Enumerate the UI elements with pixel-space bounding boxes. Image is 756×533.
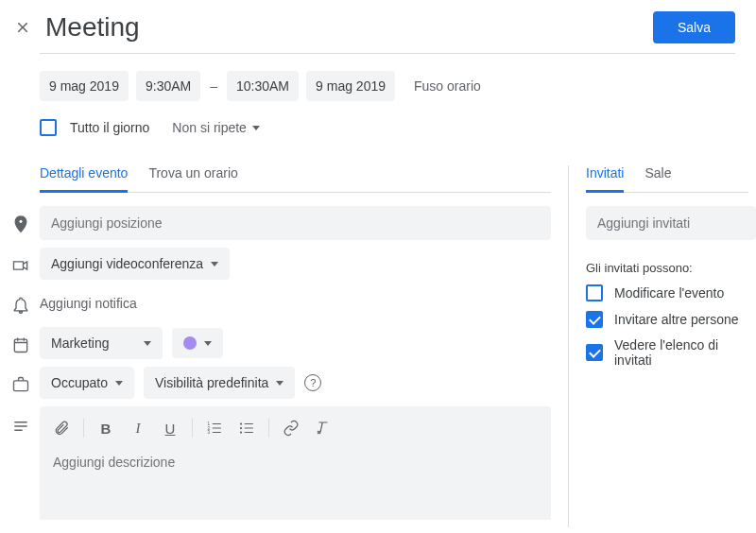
video-conference-label: Aggiungi videoconferenza xyxy=(51,256,203,271)
availability-label: Occupato xyxy=(51,375,108,390)
perm-modify-checkbox[interactable] xyxy=(586,284,603,301)
end-time-picker[interactable]: 10:30AM xyxy=(227,71,299,101)
color-swatch xyxy=(183,336,197,350)
toolbar-separator xyxy=(268,419,269,438)
start-time-picker[interactable]: 9:30AM xyxy=(136,71,200,101)
svg-point-5 xyxy=(240,422,242,424)
chevron-down-icon xyxy=(211,262,218,266)
visibility-select[interactable]: Visibilità predefinita xyxy=(144,367,295,399)
visibility-label: Visibilità predefinita xyxy=(155,375,268,390)
availability-select[interactable]: Occupato xyxy=(40,367,134,399)
perm-modify-label: Modificare l'evento xyxy=(614,285,724,301)
location-input[interactable]: Aggiungi posizione xyxy=(40,206,551,240)
clear-formatting-button[interactable] xyxy=(309,414,337,442)
clear-format-icon xyxy=(315,420,332,437)
visibility-help-button[interactable]: ? xyxy=(304,374,321,391)
perm-see-list-label: Vedere l'elenco di invitati xyxy=(614,337,756,368)
recurrence-label: Non si ripete xyxy=(172,120,247,135)
time-range-dash: – xyxy=(208,78,219,94)
color-select[interactable] xyxy=(172,328,223,358)
bold-icon: B xyxy=(101,421,112,437)
add-video-conference-dropdown[interactable]: Aggiungi videoconferenza xyxy=(40,248,230,280)
timezone-link[interactable]: Fuso orario xyxy=(414,78,481,94)
bell-icon xyxy=(9,287,32,315)
calendar-select[interactable]: Marketing xyxy=(40,327,163,359)
bold-button[interactable]: B xyxy=(92,414,120,442)
tab-guests[interactable]: Invitati xyxy=(586,165,624,193)
paperclip-icon xyxy=(53,420,70,437)
svg-point-6 xyxy=(240,427,242,429)
calendar-icon xyxy=(9,327,32,354)
numbered-list-icon: 123 xyxy=(206,420,223,437)
link-icon xyxy=(283,420,300,437)
underline-icon: U xyxy=(165,421,176,437)
link-button[interactable] xyxy=(277,414,305,442)
chevron-down-icon xyxy=(144,341,151,346)
bullet-list-icon xyxy=(238,420,255,437)
video-icon xyxy=(9,248,32,275)
event-title-input[interactable] xyxy=(42,12,638,43)
chevron-down-icon xyxy=(252,126,260,130)
svg-rect-1 xyxy=(14,381,28,391)
allday-label: Tutto il giorno xyxy=(70,120,149,135)
bullet-list-button[interactable] xyxy=(232,414,261,442)
chevron-down-icon xyxy=(115,381,123,386)
tab-rooms[interactable]: Sale xyxy=(644,165,671,193)
perm-invite-label: Invitare altre persone xyxy=(614,312,739,327)
calendar-name-label: Marketing xyxy=(51,335,109,351)
underline-button[interactable]: U xyxy=(156,414,184,442)
close-button[interactable] xyxy=(11,16,34,39)
description-icon xyxy=(9,406,32,436)
tab-find-time[interactable]: Trova un orario xyxy=(148,165,237,193)
start-date-picker[interactable]: 9 mag 2019 xyxy=(40,71,129,101)
add-notification-button[interactable]: Aggiungi notifica xyxy=(40,287,137,319)
perm-see-list-checkbox[interactable] xyxy=(586,344,603,361)
description-input[interactable]: Aggiungi descrizione xyxy=(40,451,551,483)
toolbar-separator xyxy=(83,419,84,438)
tab-event-details[interactable]: Dettagli evento xyxy=(40,165,128,193)
attach-button[interactable] xyxy=(47,414,76,442)
add-guests-input[interactable]: Aggiungi invitati xyxy=(586,206,756,240)
svg-rect-0 xyxy=(14,339,26,352)
toolbar-separator xyxy=(192,419,193,438)
close-icon xyxy=(14,19,31,36)
italic-icon: I xyxy=(136,421,141,437)
numbered-list-button[interactable]: 123 xyxy=(200,414,229,442)
save-button[interactable]: Salva xyxy=(653,11,735,43)
location-icon xyxy=(9,206,32,233)
chevron-down-icon xyxy=(276,381,284,386)
perm-invite-checkbox[interactable] xyxy=(586,311,603,328)
description-toolbar: B I U 123 xyxy=(40,406,551,451)
briefcase-icon xyxy=(9,367,32,394)
svg-point-7 xyxy=(240,431,242,433)
italic-button[interactable]: I xyxy=(124,414,152,442)
chevron-down-icon xyxy=(204,341,212,346)
help-icon: ? xyxy=(310,377,316,388)
allday-checkbox[interactable] xyxy=(40,119,57,136)
guest-permissions-heading: Gli invitati possono: xyxy=(586,261,756,275)
end-date-picker[interactable]: 9 mag 2019 xyxy=(306,71,395,101)
recurrence-dropdown[interactable]: Non si ripete xyxy=(163,114,269,141)
svg-text:3: 3 xyxy=(208,430,211,435)
